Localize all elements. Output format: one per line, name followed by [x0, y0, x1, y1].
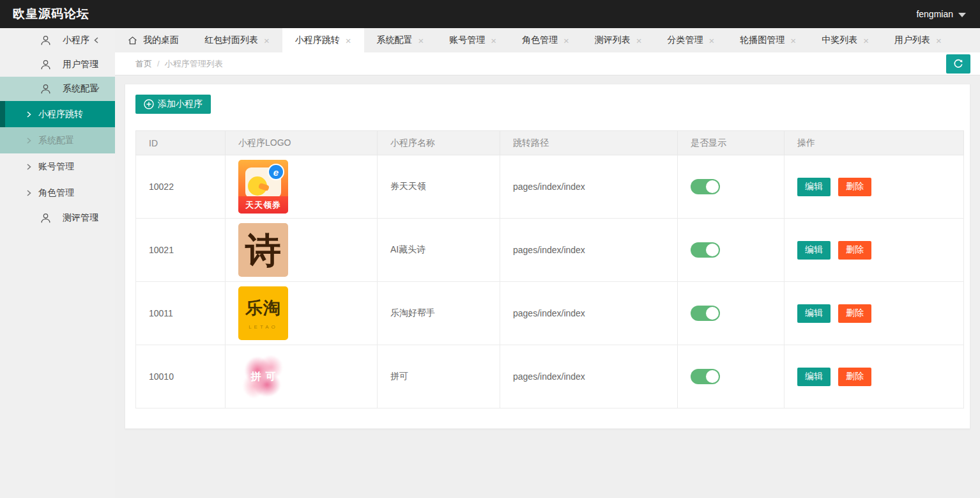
path-cell: pages/index/index: [500, 155, 678, 219]
breadcrumb: 首页 / 小程序管理列表: [135, 58, 223, 70]
sidebar-subitem-system-config-sub[interactable]: 系统配置: [0, 127, 115, 153]
tab-label: 红包封面列表: [204, 35, 258, 46]
add-mini-program-button[interactable]: 添加小程序: [135, 95, 211, 114]
sidebar-subitem-label: 小程序跳转: [38, 109, 83, 120]
close-icon[interactable]: ×: [863, 36, 869, 45]
close-icon[interactable]: ×: [790, 36, 796, 45]
tab-red-packet-cover-list[interactable]: 红包封面列表×: [192, 28, 282, 52]
close-icon[interactable]: ×: [346, 36, 351, 45]
chevron-right-icon: [26, 111, 32, 118]
sidebar-item-label: 小程序: [63, 35, 89, 46]
visibility-toggle[interactable]: [691, 369, 720, 384]
delete-button[interactable]: 删除: [838, 304, 871, 323]
close-icon[interactable]: ×: [709, 36, 715, 45]
id-cell: 10011: [136, 282, 226, 345]
close-icon[interactable]: ×: [491, 36, 496, 45]
sidebar-item-evaluation-management[interactable]: 测评管理: [0, 206, 115, 230]
table-row: 10022e天天领券券天天领pages/index/index编辑删除: [136, 155, 964, 219]
username: fengmian: [916, 9, 953, 19]
name-cell: 券天天领: [378, 155, 500, 219]
logo-subtext: LETAO: [249, 324, 278, 330]
column-header: 是否显示: [678, 131, 785, 155]
close-icon[interactable]: ×: [936, 36, 942, 45]
edit-button[interactable]: 编辑: [797, 178, 831, 196]
plus-circle-icon: [144, 99, 154, 109]
tab-label: 用户列表: [894, 35, 930, 46]
app-logo-pinke: 拼可: [238, 350, 288, 403]
mini-program-table: ID小程序LOGO小程序名称跳转路径是否显示操作 10022e天天领券券天天领p…: [135, 130, 964, 409]
tab-account-management[interactable]: 账号管理×: [436, 28, 509, 52]
tab-prize-list[interactable]: 中奖列表×: [809, 28, 882, 52]
table-header-row: ID小程序LOGO小程序名称跳转路径是否显示操作: [136, 131, 964, 155]
toggle-knob: [706, 180, 719, 193]
sidebar-subitem-role-management[interactable]: 角色管理: [0, 180, 115, 206]
delete-button[interactable]: 删除: [838, 368, 871, 386]
visibility-toggle[interactable]: [691, 179, 720, 194]
user-menu[interactable]: fengmian: [916, 9, 966, 19]
sidebar-subitem-account-management[interactable]: 账号管理: [0, 153, 115, 180]
user-icon: [40, 83, 52, 95]
home-icon: [128, 36, 137, 45]
tab-role-management[interactable]: 角色管理×: [509, 28, 582, 52]
sidebar-subitem-label: 角色管理: [38, 187, 74, 199]
path-cell: pages/index/index: [500, 219, 678, 282]
logo-cell: 乐淘LETAO: [226, 282, 378, 345]
sidebar: 小程序用户管理系统配置小程序跳转系统配置账号管理角色管理测评管理: [0, 28, 115, 498]
logo-text: 拼可: [247, 370, 280, 384]
visible-cell: [678, 282, 785, 345]
chevron-right-icon: [26, 137, 32, 144]
visibility-toggle[interactable]: [691, 242, 720, 258]
delete-button[interactable]: 删除: [838, 241, 871, 260]
edit-button[interactable]: 编辑: [797, 368, 831, 386]
actions-cell: 编辑删除: [785, 155, 964, 219]
top-bar: 欧皇源码论坛 fengmian: [0, 0, 980, 28]
column-header: 操作: [785, 131, 964, 155]
chevron-left-icon: [93, 61, 100, 68]
tab-carousel-management[interactable]: 轮播图管理×: [727, 28, 809, 52]
chevron-right-icon: [26, 164, 32, 170]
tab-evaluation-list[interactable]: 测评列表×: [582, 28, 655, 52]
close-icon[interactable]: ×: [264, 36, 270, 45]
tab-user-list[interactable]: 用户列表×: [882, 28, 954, 52]
sidebar-subitem-mini-program-jump[interactable]: 小程序跳转: [0, 101, 115, 127]
id-cell: 10010: [136, 345, 226, 409]
column-header: 跳转路径: [500, 131, 678, 155]
chevron-left-icon: [93, 37, 100, 43]
delete-button[interactable]: 删除: [838, 178, 871, 196]
close-icon[interactable]: ×: [636, 36, 642, 45]
tab-category-management[interactable]: 分类管理×: [655, 28, 728, 52]
e-badge: e: [268, 164, 284, 180]
main-content: 添加小程序 ID小程序LOGO小程序名称跳转路径是否显示操作 10022e天天领…: [115, 76, 980, 498]
path-cell: pages/index/index: [500, 282, 678, 345]
logo-text: 诗: [245, 232, 281, 268]
visible-cell: [678, 219, 785, 282]
name-cell: 乐淘好帮手: [378, 282, 500, 345]
tab-label: 我的桌面: [143, 35, 179, 46]
sidebar-item-mini-program[interactable]: 小程序: [0, 28, 115, 52]
tab-label: 小程序跳转: [295, 35, 340, 46]
actions-cell: 编辑删除: [785, 282, 964, 345]
logo-cell: 诗: [226, 219, 378, 282]
sidebar-item-user-management[interactable]: 用户管理: [0, 52, 115, 77]
edit-button[interactable]: 编辑: [797, 241, 831, 260]
actions-cell: 编辑删除: [785, 345, 964, 409]
chevron-right-icon: [26, 190, 32, 196]
tab-mini-program-jump[interactable]: 小程序跳转×: [282, 28, 364, 52]
table-row: 10011乐淘LETAO乐淘好帮手pages/index/index编辑删除: [136, 282, 964, 345]
refresh-button[interactable]: [946, 54, 970, 74]
app-title: 欧皇源码论坛: [13, 6, 89, 22]
tab-my-desktop[interactable]: 我的桌面: [115, 28, 192, 52]
column-header: ID: [136, 131, 226, 155]
visibility-toggle[interactable]: [691, 306, 720, 321]
sidebar-item-system-config[interactable]: 系统配置: [0, 77, 115, 101]
column-header: 小程序LOGO: [226, 131, 378, 155]
tab-label: 系统配置: [377, 35, 413, 46]
tab-system-config[interactable]: 系统配置×: [364, 28, 437, 52]
chevron-down-icon: [93, 86, 100, 93]
close-icon[interactable]: ×: [563, 36, 569, 45]
add-button-label: 添加小程序: [158, 98, 203, 110]
close-icon[interactable]: ×: [418, 36, 424, 45]
edit-button[interactable]: 编辑: [797, 304, 831, 323]
breadcrumb-home[interactable]: 首页: [135, 58, 152, 70]
breadcrumb-separator: /: [157, 59, 160, 68]
